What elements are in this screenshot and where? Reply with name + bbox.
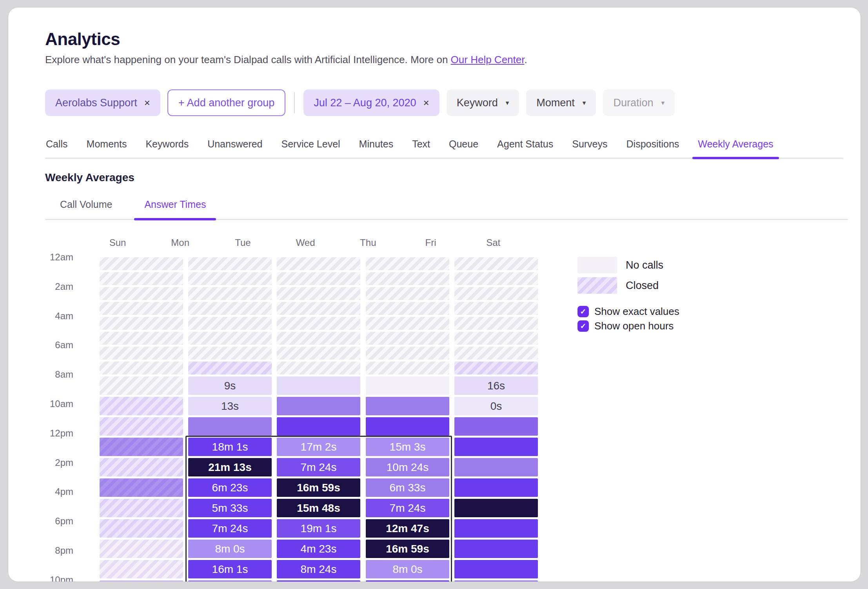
heatmap-cell[interactable]: 21m 13s [188, 458, 272, 476]
heatmap-cell[interactable] [100, 438, 183, 456]
heatmap-cell[interactable] [454, 438, 538, 456]
heatmap-cell[interactable]: 15m 3s [366, 438, 449, 456]
heatmap-cell[interactable]: 16m 59s [277, 478, 360, 497]
heatmap-cell[interactable]: 16m 59s [366, 540, 449, 558]
heatmap-cell[interactable]: 8m 0s [366, 560, 449, 578]
heatmap-cell[interactable] [277, 287, 360, 300]
heatmap-cell[interactable] [100, 417, 183, 436]
tab-agent-status[interactable]: Agent Status [496, 136, 554, 158]
toggle-show-open-hours[interactable]: ✓Show open hours [577, 320, 679, 332]
heatmap-cell[interactable] [277, 580, 360, 582]
tab-text[interactable]: Text [411, 136, 431, 158]
heatmap-cell[interactable]: 18m 1s [188, 438, 272, 456]
heatmap-cell[interactable]: 5m 33s [188, 499, 272, 517]
tab-keywords[interactable]: Keywords [145, 136, 189, 158]
heatmap-cell[interactable] [454, 332, 538, 345]
heatmap-cell[interactable]: 12m 47s [366, 519, 449, 538]
heatmap-cell[interactable] [454, 257, 538, 270]
heatmap-cell[interactable]: 6m 23s [188, 478, 272, 497]
heatmap-cell[interactable] [366, 362, 449, 374]
add-group-button[interactable]: + Add another group [167, 89, 285, 116]
subtab-answer-times[interactable]: Answer Times [134, 195, 216, 219]
heatmap-cell[interactable]: 7m 24s [366, 499, 449, 517]
heatmap-cell[interactable] [366, 272, 449, 285]
tab-moments[interactable]: Moments [86, 136, 128, 158]
heatmap-cell[interactable] [366, 302, 449, 315]
heatmap-cell[interactable] [100, 397, 183, 415]
heatmap-cell[interactable] [454, 458, 538, 476]
heatmap-cell[interactable] [188, 347, 272, 360]
heatmap-cell[interactable]: 19m 1s [277, 519, 360, 538]
tab-queue[interactable]: Queue [448, 136, 479, 158]
heatmap-cell[interactable]: 17m 2s [277, 438, 360, 456]
heatmap-cell[interactable]: 7m 24s [277, 458, 360, 476]
heatmap-cell[interactable] [100, 257, 183, 270]
heatmap-cell[interactable] [100, 362, 183, 374]
checkbox-icon[interactable]: ✓ [577, 320, 589, 332]
heatmap-cell[interactable] [188, 332, 272, 345]
heatmap-cell[interactable] [100, 347, 183, 360]
heatmap-cell[interactable] [277, 257, 360, 270]
heatmap-cell[interactable] [277, 317, 360, 330]
moment-dropdown[interactable]: Moment▾ [526, 89, 596, 116]
heatmap-cell[interactable] [366, 376, 449, 395]
heatmap-cell[interactable] [100, 540, 183, 558]
keyword-dropdown[interactable]: Keyword▾ [447, 89, 519, 116]
heatmap-cell[interactable] [100, 519, 183, 538]
heatmap-cell[interactable] [277, 362, 360, 374]
heatmap-cell[interactable] [454, 540, 538, 558]
heatmap-cell[interactable] [277, 376, 360, 395]
heatmap-cell[interactable]: 0s [454, 397, 538, 415]
tab-calls[interactable]: Calls [45, 136, 69, 158]
heatmap-cell[interactable] [188, 287, 272, 300]
heatmap-cell[interactable] [366, 287, 449, 300]
heatmap-cell[interactable]: 6m 33s [366, 478, 449, 497]
heatmap-cell[interactable] [100, 287, 183, 300]
heatmap-cell[interactable] [277, 417, 360, 436]
heatmap-cell[interactable] [366, 257, 449, 270]
remove-date-icon[interactable]: × [423, 97, 429, 109]
heatmap-cell[interactable] [100, 376, 183, 395]
heatmap-cell[interactable] [277, 332, 360, 345]
heatmap-cell[interactable]: 16m 1s [188, 560, 272, 578]
heatmap-cell[interactable]: 8m 24s [277, 560, 360, 578]
tab-service-level[interactable]: Service Level [281, 136, 341, 158]
tab-minutes[interactable]: Minutes [358, 136, 394, 158]
heatmap-cell[interactable]: 8m 0s [188, 540, 272, 558]
date-range-chip[interactable]: Jul 22 – Aug 20, 2020 × [303, 89, 439, 116]
heatmap-cell[interactable] [366, 417, 449, 436]
tab-unanswered[interactable]: Unanswered [207, 136, 263, 158]
heatmap-cell[interactable] [100, 317, 183, 330]
heatmap-cell[interactable] [277, 302, 360, 315]
heatmap-cell[interactable] [454, 580, 538, 582]
group-filter-chip[interactable]: Aerolabs Support × [45, 89, 160, 116]
heatmap-cell[interactable] [454, 560, 538, 578]
duration-dropdown[interactable]: Duration▾ [603, 89, 675, 116]
heatmap-cell[interactable] [454, 417, 538, 436]
heatmap-cell[interactable] [100, 580, 183, 582]
heatmap-cell[interactable] [454, 478, 538, 497]
tab-dispositions[interactable]: Dispositions [626, 136, 680, 158]
heatmap-cell[interactable] [188, 580, 272, 582]
heatmap-cell[interactable]: 4m 23s [277, 540, 360, 558]
checkbox-icon[interactable]: ✓ [577, 306, 589, 317]
heatmap-cell[interactable] [366, 580, 449, 582]
heatmap-cell[interactable] [100, 332, 183, 345]
heatmap-cell[interactable] [188, 272, 272, 285]
heatmap-cell[interactable] [454, 499, 538, 517]
heatmap-cell[interactable] [454, 272, 538, 285]
heatmap-cell[interactable] [454, 302, 538, 315]
heatmap-cell[interactable] [454, 347, 538, 360]
heatmap-cell[interactable] [188, 257, 272, 270]
help-center-link[interactable]: Our Help Center [451, 54, 525, 65]
heatmap-cell[interactable] [100, 458, 183, 476]
remove-group-icon[interactable]: × [144, 97, 150, 109]
heatmap-cell[interactable] [100, 478, 183, 497]
heatmap-cell[interactable]: 10m 24s [366, 458, 449, 476]
tab-weekly-averages[interactable]: Weekly Averages [697, 136, 774, 158]
heatmap-cell[interactable]: 9s [188, 376, 272, 395]
heatmap-cell[interactable]: 15m 48s [277, 499, 360, 517]
tab-surveys[interactable]: Surveys [571, 136, 608, 158]
heatmap-cell[interactable] [366, 397, 449, 415]
heatmap-cell[interactable]: 16s [454, 376, 538, 395]
